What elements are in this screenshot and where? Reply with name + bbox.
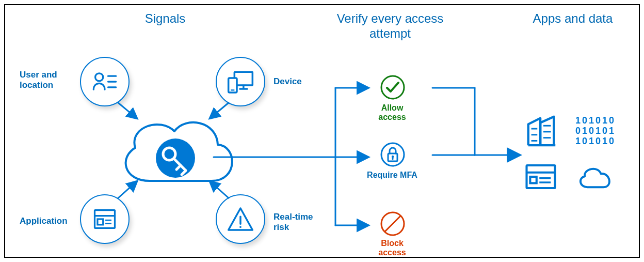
heading-signals: Signals (124, 11, 206, 26)
label-user-location: User and location (20, 70, 71, 91)
svg-line-24 (118, 182, 136, 198)
binary-data-icon: 101010 010101 101010 (575, 115, 616, 146)
label-application: Application (20, 216, 68, 226)
svg-point-32 (381, 143, 404, 166)
app-window-icon (91, 206, 118, 233)
buildings-icon (524, 112, 560, 148)
svg-rect-51 (530, 177, 536, 183)
block-prohibit-icon (379, 210, 407, 238)
user-list-icon (91, 68, 118, 95)
arrow-user-to-cloud (115, 99, 146, 125)
connector-verify-to-apps (428, 78, 526, 181)
allow-check-icon (379, 73, 407, 101)
svg-rect-12 (98, 219, 103, 225)
heading-verify: Verify every access attempt (328, 11, 452, 41)
svg-line-37 (385, 216, 400, 232)
connector-cloud-to-verify (213, 72, 378, 243)
cloud-small-icon (575, 164, 616, 192)
result-mfa: Require MFA (366, 171, 418, 180)
svg-point-0 (95, 73, 103, 81)
result-allow: Allow access (366, 103, 418, 122)
signal-application (80, 194, 130, 244)
heading-apps: Apps and data (521, 11, 624, 26)
mfa-lock-icon (379, 141, 407, 168)
svg-line-22 (118, 102, 136, 118)
arrow-app-to-cloud (115, 176, 146, 202)
svg-point-31 (381, 76, 404, 99)
result-block: Block access (366, 239, 418, 257)
app-window-small-icon (524, 162, 558, 192)
